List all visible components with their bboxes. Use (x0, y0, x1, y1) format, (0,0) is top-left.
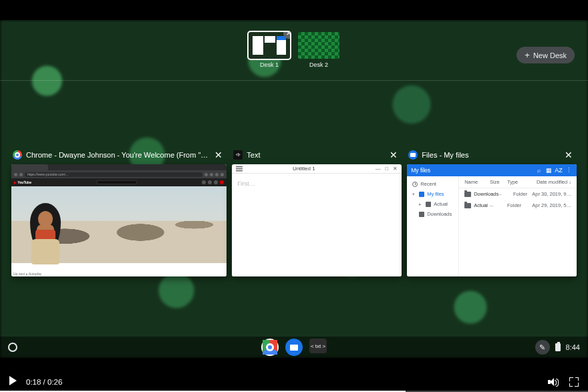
sort-icon: AZ (555, 166, 563, 174)
desk-divider (0, 80, 588, 81)
text-editor: First… (232, 174, 402, 276)
overview-windows: Chrome - Dwayne Johnson - You're Welcome… (11, 147, 577, 276)
window-chrome-body: https://www.youtube.com/... ▶ YouTube Up… (11, 164, 227, 276)
close-window-files[interactable]: ✕ (562, 150, 575, 160)
col-type: Type (507, 179, 530, 185)
window-text-title: Text (247, 151, 383, 159)
youtube-footer: Up next ▸ Autoplay (11, 272, 227, 276)
files-main: Name Size Type Date modified ↓ Downloads… (459, 176, 577, 276)
myfiles-icon (419, 192, 424, 197)
window-files-body: My files ⌕ ▦ AZ ⋮ Recent ▾ (407, 164, 577, 276)
volume-icon[interactable] (548, 377, 557, 387)
desk-strip: ✕ Desk 1 Desk 2 (0, 32, 588, 79)
window-chrome-title: Chrome - Dwayne Johnson - You're Welcome… (26, 151, 208, 159)
status-tray[interactable]: ✎ 8:44 (535, 340, 580, 355)
clock: 8:44 (566, 343, 580, 351)
close-desk-icon[interactable]: ✕ (283, 32, 290, 39)
chrome-tab-strip (11, 164, 227, 170)
play-button[interactable] (9, 376, 17, 385)
desk-2-label: Desk 2 (309, 61, 328, 68)
chevron-down-icon: ▾ (412, 192, 416, 197)
window-text[interactable]: ‹t› Text ✕ Untitled 1 — □ ✕ First… (232, 147, 402, 276)
shelf-text-icon[interactable]: < txt > (309, 339, 327, 353)
text-app-icon: ‹t› (233, 150, 243, 160)
files-toolbar: My files ⌕ ▦ AZ ⋮ (407, 164, 577, 176)
launcher-icon[interactable] (8, 343, 17, 352)
window-chrome-header: Chrome - Dwayne Johnson - You're Welcome… (11, 147, 227, 164)
file-row: Actual -- Folder Apr 29, 2019, 5… (459, 200, 577, 211)
folder-icon (464, 203, 471, 208)
col-date: Date modified ↓ (530, 179, 571, 185)
new-desk-button[interactable]: New Desk (517, 47, 575, 63)
desk-1-label: Desk 1 (260, 61, 279, 68)
more-icon: ⋮ (565, 166, 573, 174)
folder-icon (419, 212, 424, 217)
shelf-files-icon[interactable] (285, 339, 303, 356)
window-text-body: Untitled 1 — □ ✕ First… (232, 164, 402, 276)
search-icon: ⌕ (535, 166, 543, 174)
shelf: < txt > ✎ 8:44 (0, 337, 588, 358)
grid-view-icon: ▦ (545, 166, 553, 174)
folder-icon (426, 202, 431, 207)
youtube-logo: ▶ YouTube (14, 180, 31, 184)
sidebar-item-downloads: Downloads (407, 209, 458, 219)
maximize-icon: □ (384, 166, 390, 172)
desk-1-preview: ✕ (249, 32, 290, 59)
window-files-header: Files - My files ✕ (407, 147, 577, 164)
window-text-header: ‹t› Text ✕ (232, 147, 402, 164)
chrome-omnibox-row: https://www.youtube.com/... (11, 170, 227, 178)
video-character (23, 203, 63, 263)
sidebar-item-recent: Recent (407, 179, 458, 189)
window-chrome[interactable]: Chrome - Dwayne Johnson - You're Welcome… (11, 147, 227, 276)
file-row: Downloads -- Folder Apr 30, 2019, 9… (459, 188, 577, 200)
close-icon: ✕ (392, 166, 398, 172)
sidebar-item-actual: ▸ Actual (407, 199, 458, 209)
chrome-icon (13, 150, 22, 160)
chromeos-overview: ✕ Desk 1 Desk 2 New Desk Chrome - Dwayne… (0, 20, 588, 358)
chrome-urlbar: https://www.youtube.com/... (25, 172, 202, 177)
minimize-icon: — (375, 166, 381, 172)
desk-thumb-2[interactable]: Desk 2 (298, 32, 339, 79)
youtube-header: ▶ YouTube (11, 178, 227, 186)
folder-icon (464, 192, 471, 197)
close-window-text[interactable]: ✕ (387, 150, 400, 160)
text-placeholder: First… (237, 180, 255, 187)
text-titlebar: Untitled 1 — □ ✕ (232, 164, 402, 174)
shelf-pinned-apps: < txt > (261, 339, 327, 356)
sidebar-item-myfiles: ▾ My files (407, 189, 458, 199)
clock-icon (412, 182, 418, 187)
files-columns: Name Size Type Date modified ↓ (459, 176, 577, 188)
col-size: Size (490, 179, 507, 185)
hamburger-icon (236, 166, 243, 172)
battery-icon (555, 343, 561, 351)
desk-thumb-1[interactable]: ✕ Desk 1 (249, 32, 290, 79)
youtube-video (11, 186, 227, 263)
col-name: Name (464, 179, 490, 185)
desk-2-preview (298, 32, 339, 59)
window-files-title: Files - My files (422, 151, 558, 159)
youtube-search (97, 180, 137, 184)
chevron-right-icon: ▸ (419, 202, 423, 207)
new-desk-label: New Desk (533, 51, 567, 59)
shelf-left (8, 343, 17, 352)
files-toolbar-title: My files (411, 167, 533, 174)
close-window-chrome[interactable]: ✕ (212, 150, 225, 160)
window-files[interactable]: Files - My files ✕ My files ⌕ ▦ AZ ⋮ (407, 147, 577, 276)
stylus-icon[interactable]: ✎ (535, 340, 550, 355)
fullscreen-icon[interactable] (569, 377, 579, 387)
files-sidebar: Recent ▾ My files ▸ Actual (407, 176, 459, 276)
text-doc-title: Untitled 1 (235, 166, 372, 172)
video-player-controls: 0:18 / 0:26 (0, 358, 588, 392)
shelf-chrome-icon[interactable] (261, 339, 279, 356)
video-timecode: 0:18 / 0:26 (26, 378, 62, 386)
files-app-icon (408, 150, 418, 160)
